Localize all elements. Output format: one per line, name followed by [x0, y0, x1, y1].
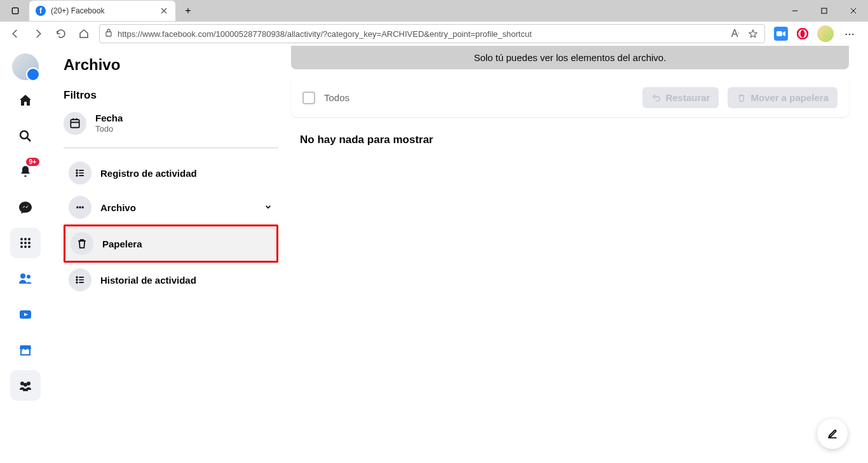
- svg-rect-3: [776, 31, 782, 36]
- read-aloud-icon[interactable]: A⁾: [729, 27, 742, 40]
- svg-point-13: [20, 245, 23, 248]
- dots-icon: [69, 196, 92, 219]
- svg-point-26: [76, 206, 78, 208]
- facebook-app: 9+ Archivo Filtros Fecha Todo Registro d…: [0, 46, 868, 463]
- messenger-icon[interactable]: [10, 192, 41, 223]
- svg-point-9: [28, 238, 31, 240]
- chevron-down-icon: [263, 202, 273, 214]
- svg-point-27: [79, 206, 81, 208]
- nav-activity-history-label: Historial de actividad: [100, 275, 196, 286]
- profile-avatar-icon[interactable]: [817, 25, 834, 42]
- browser-nav-bar: https://www.facebook.com/100005287780938…: [0, 22, 868, 46]
- window-controls: [780, 1, 868, 21]
- undo-icon: [651, 93, 661, 103]
- nav-trash-label: Papelera: [102, 238, 142, 249]
- action-bar: Todos Restaurar Mover a papelera: [291, 78, 849, 117]
- left-rail: 9+: [0, 46, 51, 463]
- calendar-icon: [64, 112, 86, 135]
- svg-point-8: [24, 238, 27, 240]
- move-trash-button: Mover a papelera: [728, 87, 837, 108]
- empty-message: No hay nada para mostrar: [291, 117, 849, 163]
- new-tab-button[interactable]: +: [179, 2, 197, 20]
- svg-point-16: [20, 273, 25, 279]
- address-bar[interactable]: https://www.facebook.com/100005287780938…: [99, 24, 765, 43]
- nav-archive[interactable]: Archivo: [64, 190, 278, 225]
- restore-button: Restaurar: [642, 87, 719, 108]
- nav-trash[interactable]: Papelera: [65, 226, 276, 261]
- sidebar-title: Archivo: [64, 56, 278, 74]
- sidebar-nav: Registro de actividad Archivo Papelera H…: [64, 156, 278, 297]
- notice-bar: Solo tú puedes ver los elementos del arc…: [291, 46, 849, 69]
- select-all-checkbox[interactable]: [302, 92, 315, 104]
- friends-icon[interactable]: [10, 263, 41, 294]
- opera-ext-icon[interactable]: [796, 27, 810, 41]
- svg-point-17: [27, 275, 31, 279]
- home-button[interactable]: [74, 24, 94, 44]
- nav-activity-history[interactable]: Historial de actividad: [64, 263, 278, 297]
- divider: [64, 148, 278, 148]
- filters-heading: Filtros: [64, 89, 278, 102]
- favorite-icon[interactable]: [747, 27, 759, 40]
- svg-point-5: [801, 30, 805, 38]
- notifications-icon[interactable]: 9+: [10, 156, 41, 187]
- browser-tab[interactable]: f (20+) Facebook: [29, 1, 175, 21]
- nav-activity-log[interactable]: Registro de actividad: [64, 156, 278, 190]
- filter-date[interactable]: Fecha Todo: [64, 108, 278, 144]
- browser-chrome: f (20+) Facebook + https://www.facebook.…: [0, 0, 868, 46]
- home-icon[interactable]: [10, 85, 41, 116]
- list-icon: [69, 268, 92, 291]
- window-minimize[interactable]: [780, 1, 810, 21]
- profile-avatar[interactable]: [12, 53, 39, 80]
- svg-point-31: [76, 282, 78, 283]
- search-icon[interactable]: [10, 121, 41, 151]
- lock-icon: [105, 28, 112, 39]
- forward-button[interactable]: [28, 24, 48, 44]
- svg-point-14: [24, 245, 27, 248]
- extension-icons: ⋯: [770, 25, 863, 42]
- tab-title: (20+) Facebook: [51, 6, 154, 15]
- svg-point-6: [20, 131, 28, 139]
- svg-point-21: [24, 383, 27, 387]
- svg-rect-2: [106, 32, 111, 36]
- window-close[interactable]: [839, 1, 868, 21]
- tab-actions-button[interactable]: [5, 2, 25, 20]
- refresh-button[interactable]: [51, 24, 71, 44]
- facebook-favicon: f: [36, 6, 46, 16]
- marketplace-icon[interactable]: [10, 335, 41, 365]
- svg-point-12: [28, 242, 31, 244]
- watch-icon[interactable]: [10, 299, 41, 329]
- groups-icon[interactable]: [10, 370, 41, 401]
- list-icon: [69, 162, 92, 184]
- zoom-ext-icon[interactable]: [774, 27, 788, 41]
- browser-more-button[interactable]: ⋯: [841, 28, 859, 40]
- notification-badge: 9+: [26, 158, 39, 166]
- window-maximize[interactable]: [810, 1, 839, 21]
- tab-bar: f (20+) Facebook +: [0, 0, 868, 22]
- svg-point-30: [76, 279, 78, 280]
- svg-point-24: [76, 172, 78, 174]
- svg-point-10: [20, 242, 23, 244]
- svg-point-15: [28, 245, 31, 248]
- menu-grid-icon[interactable]: [10, 228, 41, 258]
- tab-close-button[interactable]: [159, 6, 169, 16]
- svg-rect-1: [822, 8, 827, 13]
- nav-archive-label: Archivo: [100, 202, 136, 213]
- compose-fab[interactable]: [817, 418, 848, 449]
- trash-icon: [71, 232, 93, 255]
- svg-point-29: [76, 277, 78, 278]
- svg-point-28: [82, 206, 84, 208]
- back-button[interactable]: [5, 24, 25, 44]
- svg-point-23: [76, 170, 78, 171]
- nav-activity-log-label: Registro de actividad: [100, 168, 197, 179]
- sidebar: Archivo Filtros Fecha Todo Registro de a…: [51, 46, 286, 463]
- svg-point-7: [20, 238, 23, 240]
- svg-rect-0: [12, 8, 18, 13]
- restore-label: Restaurar: [665, 92, 710, 103]
- filter-date-label: Fecha: [95, 113, 123, 124]
- filter-date-sub: Todo: [95, 124, 123, 134]
- main-content: Solo tú puedes ver los elementos del arc…: [286, 46, 868, 463]
- svg-point-25: [76, 175, 78, 176]
- move-trash-label: Mover a papelera: [750, 92, 829, 103]
- svg-point-11: [24, 242, 27, 244]
- highlight-annotation: Papelera: [64, 225, 278, 263]
